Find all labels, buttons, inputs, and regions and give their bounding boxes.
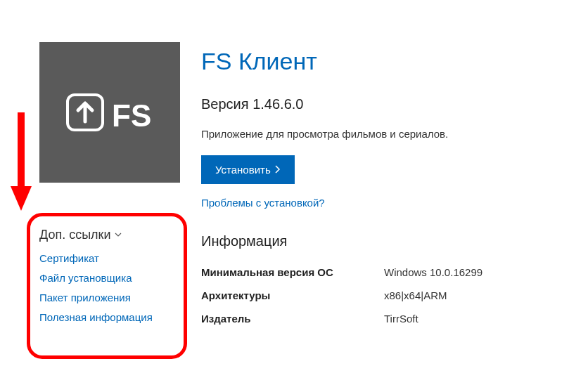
app-description: Приложение для просмотра фильмов и сериа… — [201, 128, 588, 140]
info-value-publisher: TirrSoft — [384, 313, 418, 325]
additional-links-toggle[interactable]: Доп. ссылки — [39, 228, 180, 242]
info-row: Минимальная версия ОС Windows 10.0.16299 — [201, 266, 588, 278]
link-useful-info[interactable]: Полезная информация — [39, 311, 153, 323]
app-icon: FS — [39, 42, 180, 183]
svg-marker-1 — [11, 186, 32, 211]
app-title: FS Клиент — [201, 48, 588, 75]
link-installer-file[interactable]: Файл установщика — [39, 272, 132, 284]
annotation-arrow — [7, 105, 35, 211]
info-label-publisher: Издатель — [201, 313, 384, 325]
info-row: Архитектуры x86|x64|ARM — [201, 289, 588, 301]
additional-links-heading: Доп. ссылки — [39, 228, 111, 242]
app-version: Версия 1.46.6.0 — [201, 96, 588, 112]
info-value-arch: x86|x64|ARM — [384, 289, 447, 301]
info-value-os: Windows 10.0.16299 — [384, 266, 482, 278]
link-certificate[interactable]: Сертификат — [39, 252, 99, 264]
info-label-os: Минимальная версия ОС — [201, 266, 384, 278]
info-label-arch: Архитектуры — [201, 289, 384, 301]
link-app-package[interactable]: Пакет приложения — [39, 292, 131, 303]
info-row: Издатель TirrSoft — [201, 313, 588, 325]
info-table: Минимальная версия ОС Windows 10.0.16299… — [201, 266, 588, 325]
info-heading: Информация — [201, 233, 588, 249]
install-button-label: Установить — [215, 164, 271, 176]
svg-text:FS: FS — [112, 98, 151, 133]
chevron-right-icon — [275, 164, 281, 176]
trouble-link[interactable]: Проблемы с установкой? — [201, 197, 588, 209]
install-button[interactable]: Установить — [201, 155, 295, 184]
chevron-down-icon — [114, 228, 122, 242]
